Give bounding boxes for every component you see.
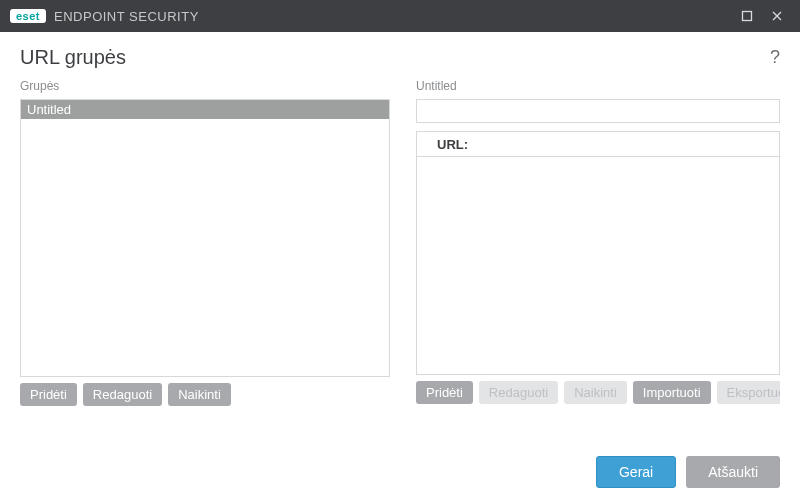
window-close-icon[interactable] bbox=[762, 4, 792, 28]
groups-label: Grupės bbox=[20, 79, 390, 93]
groups-panel: Grupės Untitled Pridėti Redaguoti Naikin… bbox=[20, 79, 390, 434]
urls-panel: Untitled URL: Pridėti Redaguoti Naikinti… bbox=[416, 79, 780, 434]
urls-import-button[interactable]: Importuoti bbox=[633, 381, 711, 404]
svg-rect-0 bbox=[743, 12, 752, 21]
brand-badge: eset bbox=[10, 9, 46, 23]
list-item[interactable]: Untitled bbox=[21, 100, 389, 119]
titlebar: eset ENDPOINT SECURITY bbox=[0, 0, 800, 32]
groups-listbox[interactable]: Untitled bbox=[20, 99, 390, 377]
urls-grid[interactable] bbox=[416, 157, 780, 375]
urls-export-button: Eksportuoti bbox=[717, 381, 780, 404]
urls-label: Untitled bbox=[416, 79, 780, 93]
urls-edit-button: Redaguoti bbox=[479, 381, 558, 404]
groups-add-button[interactable]: Pridėti bbox=[20, 383, 77, 406]
page-title: URL grupės bbox=[20, 46, 126, 69]
ok-button[interactable]: Gerai bbox=[596, 456, 676, 488]
help-icon[interactable]: ? bbox=[770, 47, 780, 68]
groups-edit-button[interactable]: Redaguoti bbox=[83, 383, 162, 406]
urls-add-button[interactable]: Pridėti bbox=[416, 381, 473, 404]
urls-column-header[interactable]: URL: bbox=[416, 131, 780, 157]
brand-text: ENDPOINT SECURITY bbox=[54, 9, 199, 24]
urls-delete-button: Naikinti bbox=[564, 381, 627, 404]
cancel-button[interactable]: Atšaukti bbox=[686, 456, 780, 488]
window-maximize-icon[interactable] bbox=[732, 4, 762, 28]
groups-delete-button[interactable]: Naikinti bbox=[168, 383, 231, 406]
urls-filter-input[interactable] bbox=[416, 99, 780, 123]
